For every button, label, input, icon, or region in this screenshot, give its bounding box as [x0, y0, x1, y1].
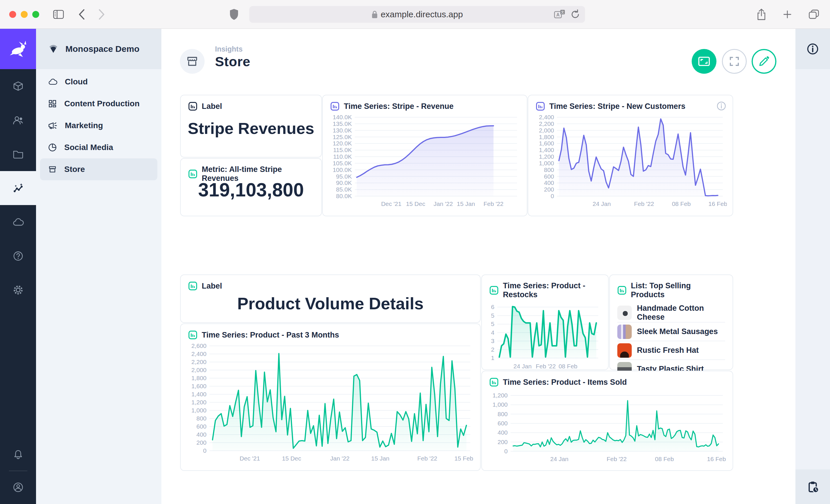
- panel-list-top-selling[interactable]: List: Top Selling Products Handmade Cott…: [609, 274, 733, 370]
- share-icon[interactable]: [756, 8, 767, 21]
- nav-item-content-production[interactable]: Content Production: [40, 93, 157, 114]
- svg-text:800: 800: [196, 415, 206, 422]
- panel-ts-stripe-revenue[interactable]: Time Series: Stripe - Revenue 140.0K135.…: [322, 95, 528, 216]
- sidebar-info-button[interactable]: [795, 29, 830, 69]
- svg-text:15 Jan: 15 Jan: [371, 455, 389, 462]
- activity-log-button[interactable]: [795, 469, 830, 504]
- panel-title: Label: [202, 282, 222, 291]
- fullscreen-button[interactable]: [722, 49, 747, 74]
- nav-label: Content Production: [64, 99, 139, 108]
- sidebar-toggle-icon[interactable]: [53, 10, 64, 19]
- svg-text:200: 200: [196, 439, 206, 446]
- svg-text:15 Jan: 15 Jan: [457, 200, 475, 207]
- module-cloud[interactable]: [0, 205, 36, 239]
- svg-text:1,200: 1,200: [492, 392, 508, 399]
- svg-text:3: 3: [491, 338, 494, 344]
- restocks-chart: 655432124 JanFeb '2208 Feb: [489, 302, 602, 371]
- panel-ts-new-customers[interactable]: Time Series: Stripe - New Customers 2,40…: [528, 95, 733, 216]
- product-thumbnail: [617, 306, 632, 320]
- svg-text:0: 0: [551, 193, 554, 199]
- nav-item-social-media[interactable]: Social Media: [40, 136, 157, 158]
- list-item[interactable]: Rustic Fresh Hat: [617, 341, 725, 360]
- megaphone-icon: [48, 121, 57, 130]
- svg-text:4: 4: [491, 329, 494, 336]
- module-settings[interactable]: [0, 273, 36, 307]
- svg-text:1,400: 1,400: [539, 146, 554, 153]
- svg-text:800: 800: [544, 166, 554, 173]
- panel-ts-restocks[interactable]: Time Series: Product - Restocks 65543212…: [481, 274, 609, 370]
- svg-text:Dec '21: Dec '21: [381, 200, 402, 207]
- panel-ts-past-3-months[interactable]: Time Series: Product - Past 3 Months 2,6…: [180, 324, 481, 471]
- module-insights[interactable]: [0, 171, 36, 205]
- svg-text:Feb '22: Feb '22: [607, 456, 627, 462]
- bell-icon: [13, 449, 23, 460]
- minimize-window-button[interactable]: [21, 11, 28, 18]
- label-text: Stripe Revenues: [181, 119, 321, 138]
- svg-text:Jan '22: Jan '22: [434, 200, 453, 207]
- translate-icon[interactable]: A 文: [554, 9, 566, 20]
- list-item[interactable]: Sleek Metal Sausages: [617, 322, 725, 341]
- panel-ts-items-sold[interactable]: Time Series: Product - Items Sold 1,2001…: [481, 371, 733, 471]
- avatar-icon: [13, 482, 24, 493]
- list-item[interactable]: Handmade Cotton Cheese: [617, 303, 725, 322]
- fit-to-screen-button[interactable]: [692, 49, 716, 74]
- svg-text:Dec '21: Dec '21: [240, 455, 260, 462]
- nav-item-marketing[interactable]: Marketing: [40, 114, 157, 136]
- product-name: Handmade Cotton Cheese: [637, 304, 725, 322]
- cloud-icon: [12, 218, 24, 226]
- nav-item-cloud[interactable]: Cloud: [40, 71, 157, 93]
- svg-text:125.0K: 125.0K: [332, 134, 352, 140]
- module-help[interactable]: [0, 239, 36, 273]
- panel-title: List: Top Selling Products: [631, 281, 725, 299]
- module-content[interactable]: [0, 69, 36, 103]
- tab-overview-icon[interactable]: [808, 8, 820, 21]
- panel-title: Time Series: Product - Items Sold: [503, 378, 627, 387]
- workspace-name: Monospace Demo: [65, 44, 139, 54]
- user-menu-button[interactable]: [0, 473, 36, 502]
- pencil-icon: [758, 56, 770, 67]
- svg-text:A: A: [556, 12, 560, 17]
- notifications-button[interactable]: [0, 440, 36, 469]
- new-tab-icon[interactable]: [782, 8, 793, 21]
- metric-value: 319,103,800: [181, 179, 321, 201]
- panel-label-stripe[interactable]: Label Stripe Revenues: [180, 95, 322, 158]
- breadcrumb[interactable]: Insights: [215, 45, 243, 53]
- zoom-window-button[interactable]: [32, 11, 39, 18]
- privacy-shield-icon[interactable]: [229, 8, 239, 21]
- panel-info-icon[interactable]: [716, 101, 726, 111]
- workspace-header[interactable]: Monospace Demo: [36, 29, 161, 69]
- past-3-months-chart: 2,6002,4002,2002,0001,8001,6001,4001,200…: [188, 342, 474, 463]
- panel-title: Time Series: Stripe - Revenue: [344, 102, 454, 111]
- close-window-button[interactable]: [9, 11, 16, 18]
- module-files[interactable]: [0, 137, 36, 171]
- svg-text:1,000: 1,000: [191, 407, 206, 413]
- edit-dashboard-button[interactable]: [752, 49, 776, 74]
- panel-label-product[interactable]: Label Product Volume Details: [180, 274, 481, 323]
- svg-text:600: 600: [196, 423, 206, 430]
- stripe-revenue-chart: 140.0K135.0K130.0K125.0K120.0K115.0K110.…: [330, 113, 521, 208]
- panel-type-icon: [188, 281, 197, 291]
- reload-icon[interactable]: [571, 9, 580, 19]
- product-thumbnail: [617, 325, 632, 339]
- panel-type-icon: [188, 330, 197, 340]
- navigation-sidebar: Monospace Demo Cloud Content Production: [36, 29, 161, 504]
- label-text: Product Volume Details: [181, 294, 480, 313]
- forward-button[interactable]: [98, 9, 105, 20]
- module-users[interactable]: [0, 103, 36, 137]
- svg-text:08 Feb: 08 Feb: [558, 363, 577, 370]
- svg-text:2: 2: [491, 346, 494, 353]
- address-bar[interactable]: example.directus.app A 文: [249, 6, 585, 23]
- svg-text:2,200: 2,200: [539, 121, 554, 127]
- svg-text:600: 600: [544, 173, 554, 180]
- directus-logo[interactable]: [0, 29, 36, 69]
- cloud-icon: [48, 78, 57, 86]
- back-button[interactable]: [78, 9, 85, 20]
- svg-text:24 Jan: 24 Jan: [550, 456, 568, 462]
- nav-item-store[interactable]: Store: [40, 158, 157, 180]
- info-sidebar: [795, 29, 830, 504]
- panel-metric-stripe[interactable]: Metric: All-time Stripe Revenues 319,103…: [180, 158, 322, 216]
- svg-text:2,000: 2,000: [191, 367, 206, 373]
- window-controls[interactable]: [9, 11, 39, 18]
- new-customers-chart: 2,4002,2002,0001,8001,6001,4001,2001,000…: [536, 113, 727, 208]
- product-name: Sleek Metal Sausages: [637, 327, 718, 336]
